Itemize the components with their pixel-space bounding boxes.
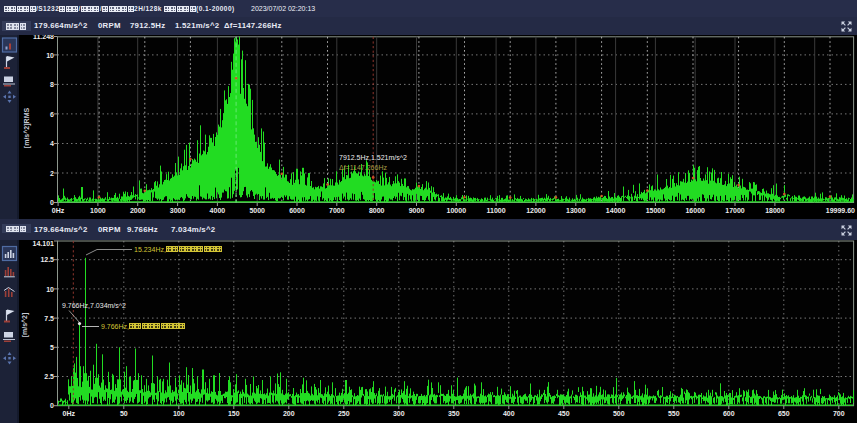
svg-text:11.248: 11.248 xyxy=(33,35,54,40)
svg-text:10000: 10000 xyxy=(447,207,467,214)
svg-text:14000: 14000 xyxy=(606,207,626,214)
svg-text:450: 450 xyxy=(558,410,570,417)
svg-text:18000: 18000 xyxy=(765,207,785,214)
svg-text:13000: 13000 xyxy=(566,207,586,214)
svg-text:15000: 15000 xyxy=(646,207,666,214)
svg-text:0: 0 xyxy=(50,199,54,206)
svg-text:7.5: 7.5 xyxy=(44,315,54,322)
svg-text:12000: 12000 xyxy=(526,207,546,214)
svg-text:150: 150 xyxy=(228,410,240,417)
svg-text:550: 550 xyxy=(668,410,680,417)
svg-text:300: 300 xyxy=(393,410,405,417)
svg-text:10: 10 xyxy=(46,286,54,293)
svg-text:[m/s^2]: [m/s^2] xyxy=(21,313,29,338)
svg-text:400: 400 xyxy=(503,410,515,417)
svg-text:700: 700 xyxy=(833,410,845,417)
svg-text:650: 650 xyxy=(778,410,790,417)
svg-text:19999.60: 19999.60 xyxy=(826,207,855,214)
svg-text:9000: 9000 xyxy=(409,207,425,214)
svg-text:4: 4 xyxy=(50,140,54,147)
svg-text:8000: 8000 xyxy=(369,207,385,214)
svg-text:500: 500 xyxy=(613,410,625,417)
svg-text:200: 200 xyxy=(283,410,295,417)
svg-text:7912.5Hz,1.521m/s^2: 7912.5Hz,1.521m/s^2 xyxy=(339,154,407,161)
svg-text:2000: 2000 xyxy=(130,207,146,214)
svg-text:Δf=1147.266Hz: Δf=1147.266Hz xyxy=(339,164,387,171)
svg-text:14.101: 14.101 xyxy=(33,240,55,247)
svg-text:0Hz: 0Hz xyxy=(52,207,65,214)
svg-text:2.5: 2.5 xyxy=(44,373,54,380)
svg-text:16000: 16000 xyxy=(685,207,705,214)
svg-text:4000: 4000 xyxy=(210,207,226,214)
svg-text:250: 250 xyxy=(338,410,350,417)
svg-text:17000: 17000 xyxy=(725,207,745,214)
svg-text:2: 2 xyxy=(50,170,54,177)
svg-text:0: 0 xyxy=(50,402,54,409)
svg-text:100: 100 xyxy=(173,410,185,417)
svg-text:0Hz: 0Hz xyxy=(63,410,76,417)
svg-text:11000: 11000 xyxy=(487,207,506,214)
svg-text:[m/s^2]RMS: [m/s^2]RMS xyxy=(23,108,31,149)
svg-text:6: 6 xyxy=(50,111,54,118)
svg-text:12.5: 12.5 xyxy=(40,256,54,263)
svg-text:600: 600 xyxy=(723,410,735,417)
svg-text:7000: 7000 xyxy=(329,207,345,214)
svg-text:50: 50 xyxy=(120,410,128,417)
svg-text:5: 5 xyxy=(50,344,54,351)
svg-text:8: 8 xyxy=(50,81,54,88)
svg-text:350: 350 xyxy=(448,410,460,417)
svg-text:5000: 5000 xyxy=(249,207,265,214)
svg-text:1000: 1000 xyxy=(90,207,106,214)
svg-text:3000: 3000 xyxy=(170,207,186,214)
svg-text:6000: 6000 xyxy=(289,207,305,214)
svg-text:10: 10 xyxy=(46,52,54,59)
